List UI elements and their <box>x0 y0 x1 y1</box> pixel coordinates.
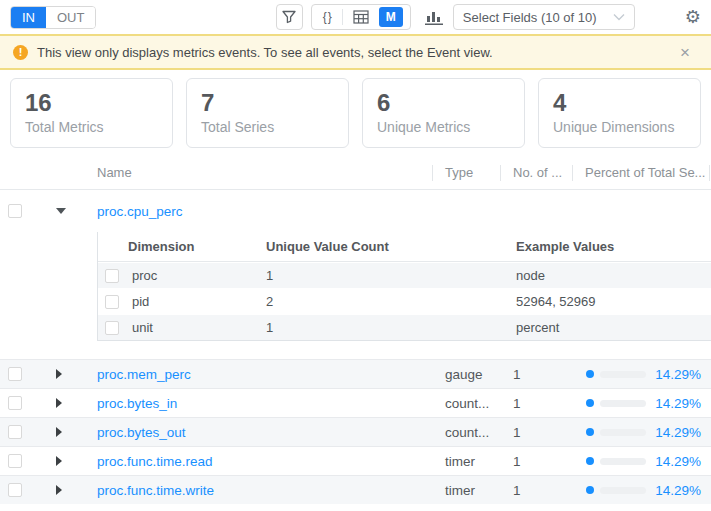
histogram-icon <box>424 8 444 26</box>
unique-value-count: 1 <box>266 320 516 335</box>
metric-link[interactable]: proc.cpu_perc <box>97 204 183 219</box>
json-braces-icon[interactable]: {} <box>319 10 337 24</box>
row-checkbox[interactable] <box>8 454 22 468</box>
table-row[interactable]: proc.func.time.read timer 1 14.29% <box>0 446 711 475</box>
toolbar: IN OUT {} M Select Fields (10 of 10) ⚙ <box>0 0 711 34</box>
collapse-caret-icon[interactable] <box>56 208 66 214</box>
expand-caret-icon[interactable] <box>56 485 62 495</box>
percent-value: 14.29% <box>655 396 711 411</box>
row-checkbox[interactable] <box>105 269 119 283</box>
example-values: 52964, 52969 <box>516 294 711 309</box>
stat-label: Unique Metrics <box>377 119 510 135</box>
metric-link[interactable]: proc.bytes_out <box>97 425 186 440</box>
series-count: 1 <box>500 425 572 440</box>
expand-caret-icon[interactable] <box>56 369 62 379</box>
card-total-series: 7 Total Series <box>186 78 349 148</box>
dimension-name: unit <box>128 320 266 335</box>
stat-value: 6 <box>377 88 510 118</box>
metric-link[interactable]: proc.func.time.write <box>97 483 214 498</box>
settings-gear-icon[interactable]: ⚙ <box>685 8 701 26</box>
metric-link[interactable]: proc.func.time.read <box>97 454 213 469</box>
percent-bar-track <box>600 458 646 465</box>
view-mode-group: {} M <box>311 4 411 30</box>
percent-value: 14.29% <box>655 425 711 440</box>
percent-dot-icon <box>586 457 594 465</box>
dimension-row[interactable]: proc 1 node <box>98 262 711 288</box>
dimensions-table-header: Dimension Unique Value Count Example Val… <box>98 232 711 262</box>
metric-type: count... <box>432 425 500 440</box>
expand-caret-icon[interactable] <box>56 398 62 408</box>
row-checkbox[interactable] <box>8 425 22 439</box>
in-out-toggle: IN OUT <box>10 6 96 29</box>
row-checkbox[interactable] <box>105 321 119 335</box>
percent-dot-icon <box>586 399 594 407</box>
filter-button[interactable] <box>276 4 303 30</box>
percent-value: 14.29% <box>655 454 711 469</box>
series-count: 1 <box>500 454 572 469</box>
dimension-row[interactable]: pid 2 52964, 52969 <box>98 288 711 314</box>
dimension-row[interactable]: unit 1 percent <box>98 314 711 340</box>
dimension-name: pid <box>128 294 266 309</box>
example-values: node <box>516 268 711 283</box>
percent-dot-icon <box>586 428 594 436</box>
col-header-name[interactable]: Name <box>90 156 432 189</box>
row-checkbox[interactable] <box>8 483 22 497</box>
row-checkbox[interactable] <box>8 367 22 381</box>
metrics-warning-banner: ! This view only displays metrics events… <box>0 34 711 70</box>
series-count: 1 <box>500 367 572 382</box>
percent-value: 14.29% <box>655 483 711 498</box>
percent-value: 14.29% <box>655 367 711 382</box>
series-count: 1 <box>500 483 572 498</box>
row-checkbox[interactable] <box>105 295 119 309</box>
row-checkbox[interactable] <box>8 204 22 218</box>
chart-toggle-button[interactable] <box>424 8 444 26</box>
toolbar-right-cluster: {} M Select Fields (10 of 10) ⚙ <box>276 4 701 30</box>
table-row[interactable]: proc.bytes_out count... 1 14.29% <box>0 417 711 446</box>
stat-value: 4 <box>553 88 686 118</box>
metric-type: timer <box>432 483 500 498</box>
filter-funnel-icon <box>281 9 297 25</box>
toggle-out-button[interactable]: OUT <box>46 7 95 28</box>
stat-value: 7 <box>201 88 334 118</box>
stat-label: Total Series <box>201 119 334 135</box>
table-row[interactable]: proc.func.time.write timer 1 14.29% <box>0 475 711 504</box>
close-icon[interactable]: × <box>672 44 698 61</box>
example-values: percent <box>516 320 711 335</box>
table-row[interactable]: proc.mem_perc gauge 1 14.29% <box>0 359 711 388</box>
expand-caret-icon[interactable] <box>56 456 62 466</box>
metric-link[interactable]: proc.mem_perc <box>97 367 191 382</box>
card-unique-dimensions: 4 Unique Dimensions <box>538 78 701 148</box>
unique-value-count: 1 <box>266 268 516 283</box>
metric-link[interactable]: proc.bytes_in <box>97 396 177 411</box>
warning-icon: ! <box>13 45 28 60</box>
banner-message: This view only displays metrics events. … <box>37 45 493 60</box>
table-view-button[interactable] <box>348 10 374 24</box>
percent-dot-icon <box>586 486 594 494</box>
table-grid-icon <box>353 10 369 24</box>
divider <box>342 9 343 25</box>
select-fields-label: Select Fields (10 of 10) <box>463 10 597 25</box>
percent-bar-track <box>600 400 646 407</box>
percent-dot-icon <box>586 370 594 378</box>
row-checkbox[interactable] <box>8 396 22 410</box>
col-header-example-values: Example Values <box>516 239 711 254</box>
metrics-view-button[interactable]: M <box>379 7 403 27</box>
table-row[interactable]: proc.bytes_in count... 1 14.29% <box>0 388 711 417</box>
toggle-in-button[interactable]: IN <box>11 7 46 28</box>
col-header-type[interactable]: Type <box>432 156 500 189</box>
col-header-unique-value-count: Unique Value Count <box>266 239 516 254</box>
table-row-expanded[interactable]: proc.cpu_perc <box>0 190 711 232</box>
dimensions-table: Dimension Unique Value Count Example Val… <box>97 232 711 341</box>
expand-caret-icon[interactable] <box>56 427 62 437</box>
select-fields-dropdown[interactable]: Select Fields (10 of 10) <box>453 4 635 30</box>
chevron-down-icon <box>613 13 625 21</box>
dimension-name: proc <box>128 268 266 283</box>
metric-type: count... <box>432 396 500 411</box>
stat-label: Total Metrics <box>25 119 158 135</box>
col-header-no-of[interactable]: No. of ... <box>500 156 572 189</box>
percent-bar-track <box>600 371 646 378</box>
table-header: Name Type No. of ... Percent of Total Se… <box>0 156 711 190</box>
percent-bar-track <box>600 487 646 494</box>
col-header-percent[interactable]: Percent of Total Se... <box>572 156 711 189</box>
stat-cards: 16 Total Metrics 7 Total Series 6 Unique… <box>0 70 711 156</box>
